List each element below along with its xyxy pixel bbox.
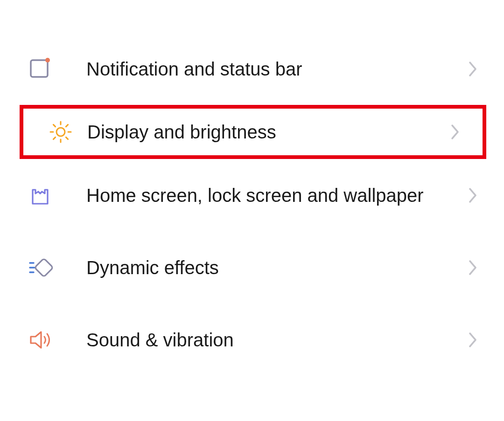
chevron-right-icon: [468, 60, 478, 78]
settings-item-label: Display and brightness: [87, 119, 450, 145]
svg-line-7: [53, 124, 55, 126]
chevron-right-icon: [450, 123, 461, 141]
svg-point-1: [45, 58, 50, 62]
theme-icon: [28, 183, 86, 207]
svg-rect-14: [35, 258, 53, 277]
settings-item-label: Home screen, lock screen and wallpaper: [86, 183, 468, 208]
settings-item-display[interactable]: Display and brightness: [20, 105, 486, 159]
settings-list: Notification and status bar: [0, 0, 504, 376]
chevron-right-icon: [468, 331, 478, 349]
settings-item-sound[interactable]: Sound & vibration: [0, 304, 504, 376]
sound-icon: [28, 327, 86, 352]
settings-item-label: Sound & vibration: [86, 327, 468, 352]
svg-point-2: [56, 128, 65, 136]
settings-item-label: Notification and status bar: [86, 56, 468, 82]
notification-icon: [28, 57, 86, 81]
svg-line-8: [66, 137, 68, 139]
chevron-right-icon: [468, 258, 478, 277]
settings-item-notification[interactable]: Notification and status bar: [0, 33, 504, 105]
svg-rect-0: [31, 60, 48, 77]
settings-item-homescreen[interactable]: Home screen, lock screen and wallpaper: [0, 159, 504, 231]
dynamic-icon: [28, 255, 86, 281]
brightness-icon: [48, 119, 87, 145]
svg-line-10: [53, 137, 55, 139]
svg-line-9: [66, 124, 68, 126]
settings-item-dynamic[interactable]: Dynamic effects: [0, 231, 504, 304]
settings-item-label: Dynamic effects: [86, 255, 468, 280]
chevron-right-icon: [468, 186, 478, 205]
